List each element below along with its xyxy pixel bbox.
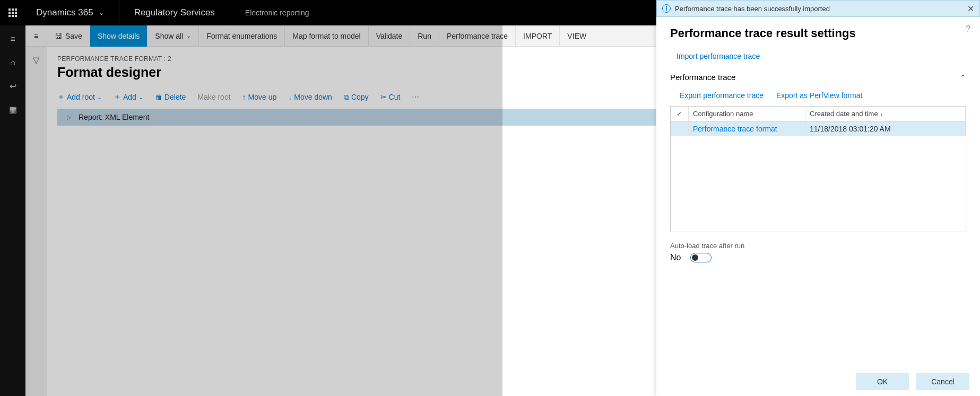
cmdbar-collapse-button[interactable]: ≡	[25, 32, 47, 40]
save-label: Save	[65, 32, 82, 40]
chevron-down-icon: ⌄	[99, 9, 104, 16]
save-icon: 🖫	[55, 32, 62, 40]
table-row[interactable]: Performance trace format 11/18/2018 03:0…	[671, 121, 966, 136]
format-enum-label: Format enumerations	[206, 32, 277, 40]
chevron-down-icon: ⌄	[97, 94, 102, 101]
performance-trace-button[interactable]: Performance trace	[439, 25, 515, 47]
left-rail: ≡ ⌂ ↩ ▦	[0, 25, 25, 396]
workspace-icon[interactable]: ▦	[7, 104, 18, 115]
arrow-up-icon: ↑	[242, 93, 246, 101]
make-root-button: Make root	[197, 93, 230, 101]
delete-button[interactable]: 🗑 Delete	[155, 93, 186, 101]
import-label: IMPORT	[523, 32, 552, 40]
more-button[interactable]: ⋯	[412, 93, 419, 101]
filter-icon[interactable]: ▽	[33, 55, 39, 396]
import-trace-link[interactable]: Import performance trace	[677, 52, 760, 60]
import-button[interactable]: IMPORT	[515, 25, 559, 47]
row-checkbox[interactable]	[671, 121, 689, 136]
trace-grid: ✓ Configuration name Created date and ti…	[670, 106, 966, 232]
success-banner: i Performance trace has been successfull…	[656, 0, 980, 17]
view-label: VIEW	[567, 32, 586, 40]
banner-text: Performance trace has been successfully …	[675, 5, 830, 13]
subtitle-label: Electronic reporting	[230, 8, 324, 17]
caret-right-icon[interactable]: ▷	[67, 114, 71, 121]
accordion-title: Performance trace	[670, 73, 735, 82]
row-config-name[interactable]: Performance trace format	[689, 121, 805, 136]
export-trace-link[interactable]: Export performance trace	[680, 91, 764, 100]
waffle-icon	[8, 8, 17, 17]
filter-rail: ▽	[25, 47, 47, 396]
arrow-down-icon: ↓	[288, 93, 292, 101]
copy-button[interactable]: ⧉ Copy	[344, 93, 369, 102]
brand-menu[interactable]: Dynamics 365 ⌄	[25, 0, 119, 25]
col-config-name[interactable]: Configuration name	[689, 107, 805, 121]
cut-button[interactable]: ✂ Cut	[380, 93, 401, 101]
trash-icon: 🗑	[155, 93, 162, 101]
help-icon[interactable]: ?	[966, 24, 970, 34]
map-format-label: Map format to model	[292, 32, 360, 40]
brand-label: Dynamics 365	[36, 7, 93, 18]
show-all-button[interactable]: Show all ⌄	[147, 25, 198, 47]
autoload-label: Auto-load trace after run	[670, 242, 966, 250]
sort-desc-icon: ↓	[880, 111, 883, 117]
move-down-label: Move down	[294, 93, 332, 101]
map-format-button[interactable]: Map format to model	[284, 25, 368, 47]
move-down-button[interactable]: ↓ Move down	[288, 93, 332, 101]
show-details-label: Show details	[98, 32, 140, 40]
show-all-label: Show all	[155, 32, 183, 40]
run-label: Run	[418, 32, 431, 40]
recent-icon[interactable]: ↩	[7, 81, 18, 91]
show-details-button[interactable]: Show details	[90, 25, 147, 47]
save-button[interactable]: 🖫 Save	[47, 25, 90, 47]
chevron-down-icon: ⌄	[138, 94, 143, 101]
row-created-date: 11/18/2018 03:01:20 AM	[805, 121, 966, 136]
performance-trace-accordion[interactable]: Performance trace ⌃	[670, 73, 966, 82]
close-banner-button[interactable]: ✕	[967, 4, 974, 14]
export-perfview-link[interactable]: Export as PerfView format	[776, 91, 862, 100]
validate-label: Validate	[376, 32, 403, 40]
cut-icon: ✂	[380, 93, 387, 101]
move-up-button[interactable]: ↑ Move up	[242, 93, 277, 101]
add-button[interactable]: ＋ Add ⌄	[114, 92, 143, 102]
autoload-toggle[interactable]	[690, 253, 712, 262]
copy-label: Copy	[351, 93, 369, 101]
cancel-button[interactable]: Cancel	[916, 373, 969, 390]
col-created-date[interactable]: Created date and time ↓	[805, 107, 966, 121]
panel-footer: OK Cancel	[656, 366, 980, 396]
chevron-up-icon: ⌃	[960, 73, 966, 82]
format-enumerations-button[interactable]: Format enumerations	[198, 25, 284, 47]
plus-icon: ＋	[57, 92, 65, 102]
grid-empty-area	[671, 136, 966, 232]
run-button[interactable]: Run	[410, 25, 439, 47]
chevron-down-icon: ⌄	[186, 32, 191, 39]
app-launcher-button[interactable]	[0, 0, 25, 25]
move-up-label: Move up	[248, 93, 277, 101]
perf-trace-label: Performance trace	[447, 32, 508, 40]
delete-label: Delete	[164, 93, 186, 101]
panel-title: Performance trace result settings	[670, 27, 966, 40]
validate-button[interactable]: Validate	[368, 25, 410, 47]
autoload-value: No	[670, 253, 681, 262]
module-label: Regulatory Services	[119, 0, 230, 25]
plus-icon: ＋	[114, 92, 121, 102]
copy-icon: ⧉	[344, 93, 349, 102]
select-all-checkbox[interactable]: ✓	[671, 107, 689, 121]
ok-button[interactable]: OK	[856, 373, 909, 390]
home-icon[interactable]: ⌂	[7, 57, 18, 68]
tree-node-label: Report: XML Element	[79, 113, 149, 121]
view-button[interactable]: VIEW	[559, 25, 594, 47]
performance-trace-panel: i Performance trace has been successfull…	[656, 0, 980, 396]
add-label: Add	[123, 93, 136, 101]
info-icon: i	[662, 4, 671, 13]
add-root-label: Add root	[67, 93, 95, 101]
cut-label: Cut	[389, 93, 401, 101]
hamburger-icon[interactable]: ≡	[7, 34, 18, 45]
add-root-button[interactable]: ＋ Add root ⌄	[57, 92, 102, 102]
